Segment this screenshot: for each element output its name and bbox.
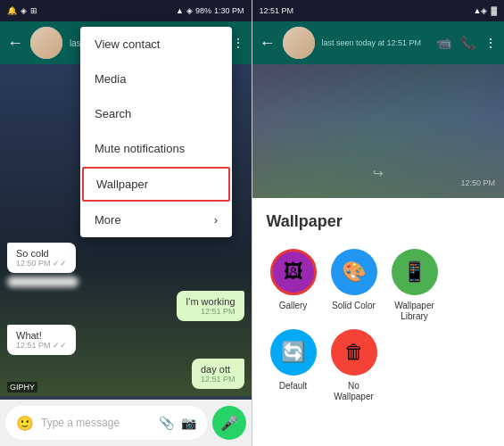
status-icons-left: 🔔 ◈ ⊞	[7, 6, 37, 15]
gallery-label: Gallery	[279, 301, 308, 311]
message-input-box[interactable]: 🙂 Type a message 📎 📷	[5, 406, 207, 440]
menu-item-label-3: Search	[95, 107, 131, 120]
msg-time-1: 12:50 PM ✓✓	[16, 259, 67, 268]
solid-color-icon-circle[interactable]: 🎨	[331, 249, 377, 295]
option-wallpaper-library[interactable]: 📱 Wallpaper Library	[388, 249, 442, 322]
wallpaper-section: Wallpaper 🖼 Gallery 🎨 Solid Color 📱	[252, 198, 505, 446]
status-info-left: ▲ ◈ 98% 1:30 PM	[176, 6, 244, 15]
video-call-icon-right[interactable]: 📹	[436, 36, 451, 50]
more-apps-icon: ⊞	[30, 6, 37, 15]
left-panel: 🔔 ◈ ⊞ ▲ ◈ 98% 1:30 PM ← last seen today …	[0, 0, 252, 446]
last-seen-right: last seen today at 12:51 PM	[322, 38, 430, 47]
notification-icon: 🔔	[7, 6, 17, 15]
menu-mute[interactable]: Mute notifications	[80, 131, 232, 166]
color-overlay	[252, 64, 505, 198]
wallpaper-lib-icon-circle[interactable]: 📱	[392, 249, 438, 295]
menu-media[interactable]: Media	[80, 62, 232, 96]
msg-text-1: So cold	[16, 248, 49, 259]
right-panel: 12:51 PM ▲◈ ▓ ← last seen today at 12:51…	[252, 0, 505, 446]
input-placeholder: Type a message	[41, 417, 152, 429]
status-left-right: 12:51 PM	[260, 6, 294, 15]
time-left: 1:30 PM	[214, 6, 244, 15]
camera-icon[interactable]: 📷	[181, 416, 196, 430]
default-icon-circle[interactable]: 🔄	[270, 329, 317, 376]
battery-icon-right: ▓	[491, 6, 497, 15]
menu-item-label-4: Mute notifications	[95, 142, 185, 155]
menu-view-contact[interactable]: View contact	[80, 27, 232, 62]
back-button-right[interactable]: ←	[260, 34, 276, 53]
default-label: Default	[279, 381, 308, 392]
msg-text-2: I'm working	[186, 296, 235, 307]
default-icon: 🔄	[281, 341, 305, 364]
message-working: I'm working 12:51 PM	[177, 291, 244, 321]
wallpaper-lib-icon: 📱	[402, 260, 426, 284]
battery-text: 98%	[195, 6, 211, 15]
avatar-img-right	[283, 27, 315, 59]
call-icon-right[interactable]: 📞	[460, 36, 475, 50]
option-solid-color[interactable]: 🎨 Solid Color	[327, 249, 381, 311]
menu-item-label-5: Wallpaper	[96, 178, 148, 191]
gallery-icon: 🖼	[284, 260, 303, 284]
message-what: What! 12:51 PM ✓✓	[7, 325, 76, 355]
chat-input-bar-left: 🙂 Type a message 📎 📷 🎤	[0, 400, 252, 446]
msg-time-4: 12:51 PM	[201, 375, 235, 384]
message-dayott: day ott 12:51 PM	[192, 359, 244, 389]
avatar-img-left	[30, 27, 62, 59]
giphy-label: GIPHY	[7, 382, 37, 392]
message-so-cold: So cold 12:50 PM ✓✓	[7, 243, 76, 273]
chat-header-right: ← last seen today at 12:51 PM 📹 📞 ⋮	[252, 21, 505, 64]
header-actions-right[interactable]: 📹 📞 ⋮	[436, 36, 497, 50]
chat-preview-bg: 12:50 PM ↪	[252, 64, 505, 198]
message-blurred-1	[7, 277, 78, 287]
gallery-icon-circle[interactable]: 🖼	[270, 249, 317, 295]
status-bar-right: 12:51 PM ▲◈ ▓	[252, 0, 505, 21]
back-button-left[interactable]: ←	[7, 34, 23, 53]
more-icon[interactable]: ⋮	[232, 36, 244, 50]
time-right: 12:51 PM	[260, 6, 294, 15]
menu-wallpaper[interactable]: Wallpaper	[82, 167, 230, 202]
option-default[interactable]: 🔄 Default	[267, 329, 320, 392]
wallpaper-section-title: Wallpaper	[267, 212, 491, 231]
avatar-left	[30, 27, 62, 59]
menu-search[interactable]: Search	[80, 96, 232, 131]
option-no-wallpaper[interactable]: 🗑 No Wallpaper	[327, 329, 381, 402]
avatar-right	[283, 27, 315, 59]
more-icon-right[interactable]: ⋮	[484, 36, 497, 50]
msg-text-4: day ott	[201, 364, 230, 375]
signal-icon: ▲	[176, 6, 184, 15]
status-icons-right: ▲◈ ▓	[474, 6, 497, 15]
attach-icon[interactable]: 📎	[159, 416, 174, 430]
menu-item-label-1: View contact	[95, 37, 160, 51]
status-bar-left: 🔔 ◈ ⊞ ▲ ◈ 98% 1:30 PM	[0, 0, 252, 21]
emoji-icon[interactable]: 🙂	[16, 415, 34, 432]
msg-time-3: 12:51 PM ✓✓	[16, 341, 67, 350]
option-gallery[interactable]: 🖼 Gallery	[267, 249, 320, 311]
wallpaper-options-grid: 🖼 Gallery 🎨 Solid Color 📱 Wallpaper Libr…	[267, 249, 491, 402]
mic-icon: 🎤	[220, 415, 238, 432]
dropbox-icon: ◈	[21, 6, 27, 15]
context-menu: View contact Media Search Mute notificat…	[80, 27, 232, 237]
no-wallpaper-icon: 🗑	[344, 341, 364, 364]
wallpaper-library-label: Wallpaper Library	[388, 301, 442, 322]
mic-button[interactable]: 🎤	[212, 406, 246, 440]
menu-item-label-6: More	[95, 213, 121, 227]
solid-color-icon: 🎨	[342, 260, 366, 284]
msg-time-2: 12:51 PM	[186, 307, 235, 316]
msg-text-3: What!	[16, 330, 42, 341]
contact-info-right: last seen today at 12:51 PM	[322, 38, 430, 47]
no-wallpaper-label: No Wallpaper	[327, 381, 381, 402]
menu-item-label-2: Media	[95, 72, 126, 86]
no-wallpaper-icon-circle[interactable]: 🗑	[331, 329, 377, 376]
menu-more[interactable]: More ›	[80, 202, 232, 237]
network-icon-right: ▲◈	[474, 6, 488, 15]
wifi-icon: ◈	[186, 6, 193, 15]
chevron-right-icon: ›	[214, 213, 218, 227]
solid-color-label: Solid Color	[332, 301, 376, 311]
